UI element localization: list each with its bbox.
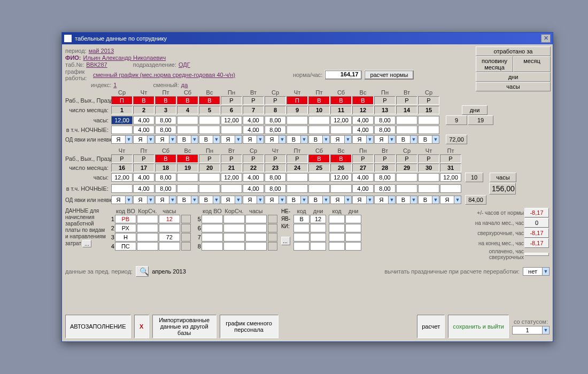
attend-select[interactable]: В▼ [308, 135, 330, 144]
pay-extra-box[interactable] [181, 242, 191, 251]
absence-days-input[interactable] [310, 233, 326, 241]
hours-input[interactable] [111, 116, 133, 124]
pay-hours-input[interactable] [159, 215, 180, 223]
hours-input[interactable] [330, 116, 352, 124]
calc-button[interactable]: расчет [417, 315, 445, 338]
attend-select[interactable]: Я▼ [330, 196, 352, 204]
attend-select[interactable]: В▼ [287, 135, 308, 144]
hours-input[interactable] [308, 116, 330, 124]
night-hours-input[interactable] [221, 126, 242, 134]
pay-code-input[interactable] [202, 215, 223, 223]
attend-select[interactable]: Я▼ [221, 135, 242, 144]
absence-more-button[interactable]: ... [281, 237, 290, 245]
attend-select[interactable]: В▼ [287, 196, 308, 204]
pay-account-input[interactable] [137, 233, 158, 241]
hours-input[interactable] [199, 173, 220, 182]
pay-hours-input[interactable] [245, 224, 267, 232]
night-hours-input[interactable] [221, 184, 242, 193]
night-hours-input[interactable] [440, 184, 461, 193]
pay-code-input[interactable] [115, 215, 136, 223]
night-hours-input[interactable] [265, 184, 286, 193]
schedule-link[interactable]: сменный график (мес.норма средне-годовая… [93, 72, 235, 78]
night-hours-input[interactable] [418, 126, 439, 134]
pay-hours-input[interactable] [245, 215, 267, 223]
hours-input[interactable] [177, 173, 198, 182]
pay-account-input[interactable] [223, 215, 245, 223]
paydata-more-button[interactable]: ... [82, 240, 91, 247]
attend-select[interactable]: Я▼ [155, 135, 176, 144]
absence-code-input[interactable] [329, 242, 345, 251]
absence-days-input[interactable] [310, 224, 326, 232]
attend-select[interactable]: Я▼ [221, 196, 242, 204]
absence-code-input[interactable] [293, 233, 310, 241]
pay-hours-input[interactable] [159, 224, 180, 232]
import-button[interactable]: Импортированные данные из другой базы [152, 315, 216, 338]
pay-account-input[interactable] [137, 215, 158, 223]
night-hours-input[interactable] [243, 126, 264, 134]
hours-input[interactable] [352, 116, 374, 124]
pay-account-input[interactable] [223, 242, 245, 251]
attend-select[interactable]: Я▼ [111, 196, 133, 204]
hours-input[interactable] [374, 173, 396, 182]
tabn-link[interactable]: ВВК287 [86, 61, 107, 68]
subtract-holidays-select[interactable]: нет▼ [523, 267, 550, 276]
hours-input[interactable] [221, 116, 242, 124]
attend-select[interactable]: Я▼ [374, 196, 396, 204]
pay-extra-box[interactable] [268, 242, 277, 251]
pay-extra-box[interactable] [268, 224, 277, 232]
attend-select[interactable]: В▼ [177, 135, 198, 144]
absence-code-input[interactable] [329, 224, 345, 232]
attend-select[interactable]: Я▼ [352, 196, 374, 204]
night-hours-input[interactable] [352, 184, 374, 193]
night-hours-input[interactable] [199, 184, 220, 193]
dept-link[interactable]: ОДГ [179, 61, 190, 68]
status-select[interactable]: 1▼ [512, 326, 550, 334]
pay-code-input[interactable] [115, 233, 136, 241]
hours-input[interactable] [396, 173, 417, 182]
shift-link[interactable]: да [181, 82, 188, 88]
hours-input[interactable] [243, 173, 264, 182]
absence-days-input[interactable] [345, 224, 361, 232]
night-hours-input[interactable] [374, 184, 396, 193]
pay-hours-input[interactable] [159, 233, 180, 241]
pay-extra-box[interactable] [268, 233, 277, 241]
night-hours-input[interactable] [418, 184, 439, 193]
pay-extra-box[interactable] [268, 215, 277, 223]
attend-select[interactable]: Я▼ [111, 135, 133, 144]
attend-select[interactable]: В▼ [308, 196, 330, 204]
night-hours-input[interactable] [374, 126, 396, 134]
hours-input[interactable] [374, 116, 396, 124]
pay-hours-input[interactable] [159, 242, 180, 251]
attend-select[interactable]: Я▼ [265, 135, 286, 144]
hours-input[interactable] [133, 116, 154, 124]
absence-days-input[interactable] [345, 233, 361, 241]
night-hours-input[interactable] [155, 126, 176, 134]
absence-code-input[interactable] [293, 224, 310, 232]
absence-days-input[interactable] [310, 242, 326, 251]
night-hours-input[interactable] [396, 184, 417, 193]
attend-select[interactable]: Я▼ [243, 196, 264, 204]
night-hours-input[interactable] [308, 126, 330, 134]
clear-button[interactable]: X [134, 315, 149, 338]
hours-input[interactable] [133, 173, 154, 182]
night-hours-input[interactable] [352, 126, 374, 134]
pay-account-input[interactable] [137, 224, 158, 232]
pay-code-input[interactable] [202, 224, 223, 232]
absence-days-input[interactable] [345, 215, 361, 223]
pay-code-input[interactable] [202, 233, 223, 241]
pay-account-input[interactable] [223, 233, 245, 241]
hours-input[interactable] [418, 173, 439, 182]
hours-input[interactable] [440, 173, 461, 182]
hours-input[interactable] [418, 116, 439, 124]
shift-schedule-button[interactable]: график сменного персонала [220, 315, 278, 338]
hours-input[interactable] [177, 116, 198, 124]
night-hours-input[interactable] [287, 126, 308, 134]
attend-select[interactable]: В▼ [199, 135, 220, 144]
night-hours-input[interactable] [396, 126, 417, 134]
close-button[interactable]: ✕ [541, 34, 551, 43]
hours-input[interactable] [352, 173, 374, 182]
absence-code-input[interactable] [329, 233, 345, 241]
absence-code-input[interactable] [329, 215, 345, 223]
hours-input[interactable] [111, 173, 133, 182]
attend-select[interactable]: Я▼ [243, 135, 264, 144]
